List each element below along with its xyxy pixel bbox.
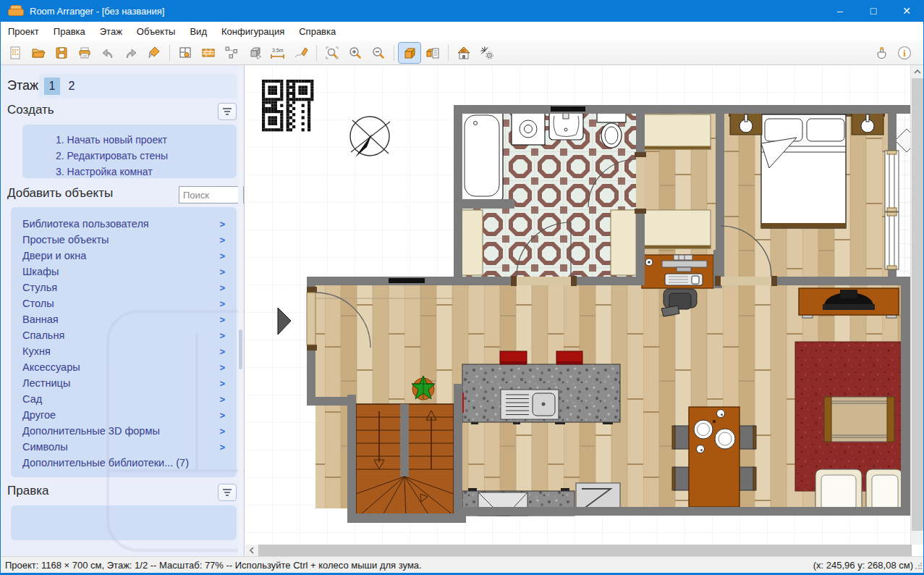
wall-bedroom-right-1[interactable] xyxy=(888,105,897,152)
resize-grip[interactable] xyxy=(915,563,922,570)
floor-tab-2[interactable]: 2 xyxy=(64,77,80,95)
tv-stand[interactable] xyxy=(799,288,899,318)
wall-bath-divider[interactable] xyxy=(454,199,514,209)
edit-rooms-button[interactable] xyxy=(174,43,196,63)
pointer-mode-button[interactable] xyxy=(870,43,892,63)
vertical-scrollbar[interactable] xyxy=(910,65,923,545)
create-step-2[interactable]: 2. Редактировать стены xyxy=(56,148,168,164)
sidebar-scrollbar[interactable] xyxy=(238,65,243,556)
wall-kitchen-west[interactable] xyxy=(454,384,462,516)
open-button[interactable] xyxy=(27,43,49,63)
edit-walls-button[interactable] xyxy=(198,43,219,63)
category-symbols[interactable]: Символы> xyxy=(22,439,225,455)
create-step-3[interactable]: 3. Настройка комнат xyxy=(56,164,168,180)
category-tables[interactable]: Столы> xyxy=(22,295,225,311)
info-button[interactable]: i xyxy=(894,43,915,63)
dining-chair[interactable] xyxy=(674,426,689,449)
category-doors-windows[interactable]: Двери и окна> xyxy=(22,248,225,264)
view-3d-button[interactable] xyxy=(399,43,420,63)
category-garden[interactable]: Сад> xyxy=(22,391,225,407)
dining-chair[interactable] xyxy=(739,467,754,490)
edit-points-button[interactable] xyxy=(221,43,242,63)
walkthrough-3d-button[interactable]: 3D xyxy=(453,43,475,63)
create-step-1[interactable]: 1. Начать новый проект xyxy=(56,132,168,148)
wall-south-bath-1[interactable] xyxy=(454,277,517,285)
wall-top[interactable] xyxy=(454,105,912,114)
category-accessories[interactable]: Аксессуары> xyxy=(22,359,225,375)
plan-canvas[interactable] xyxy=(245,65,912,545)
wall-stairs-bottom[interactable] xyxy=(347,513,466,523)
dining-chair[interactable] xyxy=(739,426,754,449)
redo-button[interactable] xyxy=(120,43,142,63)
wall-bottom[interactable] xyxy=(462,507,912,516)
category-simple-objects[interactable]: Простые объекты> xyxy=(22,232,225,248)
title-bar[interactable]: Room Arranger - [без названия] – □ ✕ xyxy=(1,0,923,22)
coffee-table[interactable] xyxy=(824,397,894,442)
wc-closet-right[interactable] xyxy=(611,210,636,275)
category-3d-shapes[interactable]: Дополнительные 3D формы> xyxy=(22,423,225,439)
horizontal-scroll-thumb[interactable] xyxy=(258,545,912,556)
format-painter-button[interactable] xyxy=(143,43,165,63)
category-bathroom[interactable]: Ванная> xyxy=(22,311,225,327)
edit-collapse-button[interactable] xyxy=(218,484,237,501)
category-user-library[interactable]: Библиотека пользователя> xyxy=(22,216,225,232)
hall-closet-top[interactable] xyxy=(642,114,711,149)
wall-bathroom-right-lower[interactable] xyxy=(636,209,645,285)
wall-stairs-left[interactable] xyxy=(347,395,356,522)
zoom-in-button[interactable] xyxy=(344,43,366,63)
kitchen-island[interactable] xyxy=(460,364,620,424)
sidebar-scroll-thumb[interactable] xyxy=(239,330,242,369)
wall-bathroom-right-upper[interactable] xyxy=(636,105,645,157)
render-button[interactable] xyxy=(476,43,498,63)
maximize-button[interactable]: □ xyxy=(857,0,890,22)
staircase[interactable] xyxy=(356,404,454,520)
new-file-button[interactable] xyxy=(4,43,26,63)
window-bedroom-2[interactable] xyxy=(885,212,899,269)
zoom-fit-button[interactable] xyxy=(321,43,343,63)
menu-help[interactable]: Справка xyxy=(292,23,343,40)
washing-machine[interactable] xyxy=(512,113,545,145)
close-button[interactable]: ✕ xyxy=(890,0,923,22)
wall-bathroom-left[interactable] xyxy=(454,105,462,285)
menu-objects[interactable]: Объекты xyxy=(130,23,183,40)
scroll-left-arrow[interactable] xyxy=(245,545,258,556)
bar-stool-2[interactable] xyxy=(556,351,582,364)
window-bedroom-1[interactable] xyxy=(885,151,899,211)
window-living-north[interactable] xyxy=(389,278,425,283)
wc-closet-left[interactable] xyxy=(461,210,483,275)
object-list-button[interactable] xyxy=(422,43,444,63)
wall-living-north[interactable] xyxy=(315,277,454,285)
category-bedroom[interactable]: Спальня> xyxy=(22,327,225,343)
category-chairs[interactable]: Стулья> xyxy=(22,280,225,295)
nightstand-left[interactable] xyxy=(730,112,762,135)
dining-table[interactable] xyxy=(689,407,739,507)
create-collapse-button[interactable] xyxy=(218,103,237,120)
dining-chair[interactable] xyxy=(674,467,689,490)
bar-stool-1[interactable] xyxy=(500,351,527,364)
print-button[interactable] xyxy=(74,43,96,63)
menu-floor[interactable]: Этаж xyxy=(93,23,130,40)
menu-view[interactable]: Вид xyxy=(182,23,214,40)
save-button[interactable] xyxy=(51,43,72,63)
wall-south-bath-2[interactable] xyxy=(571,277,645,285)
draw-button[interactable] xyxy=(290,43,312,63)
undo-button[interactable] xyxy=(97,43,119,63)
menu-project[interactable]: Проект xyxy=(1,23,46,40)
hall-closet-bottom[interactable] xyxy=(642,210,711,248)
category-wardrobes[interactable]: Шкафы> xyxy=(22,264,225,280)
zoom-out-button[interactable] xyxy=(368,43,389,63)
menu-config[interactable]: Конфигурация xyxy=(214,23,292,40)
menu-edit[interactable]: Правка xyxy=(46,23,93,40)
category-stairs[interactable]: Лестницы> xyxy=(22,375,225,391)
horizontal-scrollbar[interactable] xyxy=(245,545,912,556)
window-bath-top[interactable] xyxy=(551,106,585,112)
more-libraries-link[interactable]: Дополнительные библиотеки... (7) xyxy=(22,457,189,469)
bathtub[interactable] xyxy=(461,111,503,201)
floor-tab-1[interactable]: 1 xyxy=(44,77,60,95)
qr-code[interactable] xyxy=(262,80,314,132)
group-objects-button[interactable] xyxy=(244,43,266,63)
minimize-button[interactable]: – xyxy=(823,0,857,22)
category-kitchen[interactable]: Кухня> xyxy=(22,343,225,359)
scroll-up-arrow[interactable] xyxy=(911,65,924,77)
vertical-scroll-thumb[interactable] xyxy=(912,78,923,531)
